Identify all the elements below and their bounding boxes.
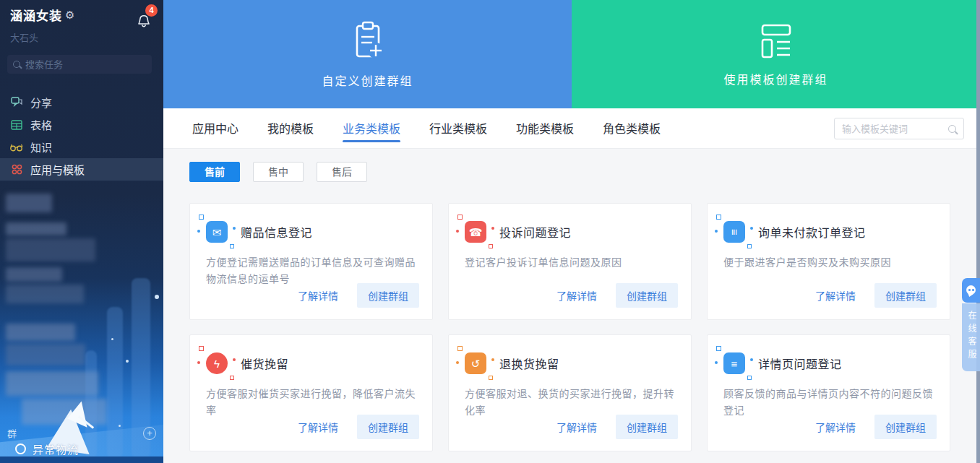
tab-function-templates[interactable]: 功能类模板 xyxy=(516,109,574,148)
card-title: 详情页问题登记 xyxy=(758,355,842,372)
banner-label: 自定义创建群组 xyxy=(322,72,413,89)
tab-role-templates[interactable]: 角色类模板 xyxy=(603,109,661,148)
main-panel: 自定义创建群组 使用模板创建群组 应用中心 我的模板 业务类模板 行业类模板 功 xyxy=(163,0,980,463)
gear-icon[interactable]: ⚙ xyxy=(65,9,74,22)
details-link[interactable]: 了解详情 xyxy=(298,420,338,434)
custom-create-group-banner[interactable]: 自定义创建群组 xyxy=(163,0,572,108)
filter-aftersale-button[interactable]: 售后 xyxy=(317,162,367,182)
glasses-icon xyxy=(10,141,23,154)
banner-label: 使用模板创建群组 xyxy=(723,70,828,87)
filter-presale-button[interactable]: 售前 xyxy=(189,162,240,182)
template-card-complaint: ☎ 投诉问题登记 登记客户投诉订单信息问题及原因 了解详情 创建群组 xyxy=(448,203,692,320)
document-lines-icon: ≡ xyxy=(723,352,745,374)
card-title: 退换货挽留 xyxy=(499,355,559,372)
card-title: 催货挽留 xyxy=(241,355,288,372)
template-card-urge-retention: ϟ 催货挽留 方便客服对催货买家进行挽留，降低客户流失率 了解详情 创建群组 xyxy=(189,334,433,451)
sidebar-item-knowledge[interactable]: 知识 xyxy=(0,136,163,158)
app-window: 涵涵女装 ⚙ 大石头 4 分享 xyxy=(0,0,980,463)
online-service-widget: 在线客服 xyxy=(962,278,980,371)
card-title: 赠品信息登记 xyxy=(241,223,312,241)
group-avatar-icon xyxy=(15,443,26,454)
shop-title: 涵涵女装 xyxy=(10,6,62,24)
template-search-input[interactable] xyxy=(842,124,936,134)
create-group-button[interactable]: 创建群组 xyxy=(616,415,678,439)
group-item-label: 异常物流 xyxy=(33,441,79,456)
template-card-detail-page-issue: ≡ 详情页问题登记 顾客反馈的商品与详情页内容不符的问题反馈登记 了解详情 创建… xyxy=(707,334,950,451)
tab-my-templates[interactable]: 我的模板 xyxy=(267,109,314,148)
stage-filters: 售前 售中 售后 xyxy=(189,162,367,182)
details-link[interactable]: 了解详情 xyxy=(556,420,597,434)
template-tabbar: 应用中心 我的模板 业务类模板 行业类模板 功能类模板 角色类模板 xyxy=(163,108,980,149)
card-description: 便于跟进客户是否购买及未购买原因 xyxy=(723,254,934,271)
search-icon xyxy=(948,125,956,133)
chat-bubble-icon[interactable] xyxy=(962,278,980,303)
create-group-button[interactable]: 创建群组 xyxy=(874,283,937,308)
template-card-grid: ✉ 赠品信息登记 方便登记需赠送赠品的订单信息及可查询赠品物流信息的运单号 了解… xyxy=(189,203,950,451)
template-card-return-retention: ↺ 退换货挽留 方便客服对退、换货的买家进行挽留，提升转化率 了解详情 创建群组 xyxy=(448,334,692,451)
sidebar-item-table[interactable]: 表格 xyxy=(0,113,163,136)
bars-icon: ≡ xyxy=(723,221,745,243)
scrollbar[interactable] xyxy=(976,0,980,463)
filter-midsale-button[interactable]: 售中 xyxy=(253,162,304,182)
create-banners: 自定义创建群组 使用模板创建群组 xyxy=(163,0,980,108)
mail-icon: ✉ xyxy=(206,221,228,243)
task-search-box[interactable] xyxy=(7,55,152,74)
search-icon xyxy=(13,61,20,68)
sidebar-item-label: 知识 xyxy=(30,139,52,155)
group-section-header: 群 + xyxy=(7,426,156,440)
clipboard-plus-icon xyxy=(348,20,388,63)
sidebar-item-label: 表格 xyxy=(30,117,52,132)
group-section-label: 群 xyxy=(7,426,17,440)
chat-share-icon xyxy=(10,96,23,109)
template-card-gift-info: ✉ 赠品信息登记 方便登记需赠送赠品的订单信息及可查询赠品物流信息的运单号 了解… xyxy=(189,203,433,320)
create-group-button[interactable]: 创建群组 xyxy=(874,415,937,439)
template-content: 售前 售中 售后 ✉ 赠品信息登记 方便登记需赠送赠品的订单信息及可查询赠品物流… xyxy=(163,150,980,463)
template-search-box[interactable] xyxy=(834,118,964,139)
details-link[interactable]: 了解详情 xyxy=(815,420,856,434)
tab-app-center[interactable]: 应用中心 xyxy=(192,109,238,148)
card-title: 投诉问题登记 xyxy=(499,223,571,241)
task-search-input[interactable] xyxy=(25,59,134,70)
create-group-button[interactable]: 创建群组 xyxy=(616,283,678,308)
sidebar-item-share[interactable]: 分享 xyxy=(0,91,163,113)
table-icon xyxy=(10,118,23,131)
sidebar-item-label: 分享 xyxy=(30,95,52,110)
notification-badge: 4 xyxy=(145,4,158,17)
tab-business-templates[interactable]: 业务类模板 xyxy=(343,109,400,148)
tab-industry-templates[interactable]: 行业类模板 xyxy=(429,109,487,148)
details-link[interactable]: 了解详情 xyxy=(815,288,856,303)
template-create-group-banner[interactable]: 使用模板创建群组 xyxy=(572,0,980,108)
template-card-unpaid-order: ≡ 询单未付款订单登记 便于跟进客户是否购买及未购买原因 了解详情 创建群组 xyxy=(707,203,950,320)
sidebar-menu: 分享 表格 知识 应用与模板 xyxy=(0,91,163,181)
sidebar-bottom-strip xyxy=(0,456,163,463)
create-group-button[interactable]: 创建群组 xyxy=(357,283,419,308)
details-link[interactable]: 了解详情 xyxy=(556,288,597,303)
group-item-abnormal-logistics[interactable]: 异常物流 xyxy=(9,441,79,456)
account-name: 大石头 xyxy=(10,30,156,44)
sidebar-item-apps-templates[interactable]: 应用与模板 xyxy=(0,158,163,181)
phone-icon: ☎ xyxy=(465,221,486,243)
details-link[interactable]: 了解详情 xyxy=(298,288,338,303)
card-description: 登记客户投诉订单信息问题及原因 xyxy=(465,254,675,271)
notification-bell[interactable]: 4 xyxy=(134,7,155,29)
template-layout-icon xyxy=(756,21,796,61)
return-icon: ↺ xyxy=(465,352,486,374)
sidebar: 涵涵女装 ⚙ 大石头 4 分享 xyxy=(0,0,163,463)
apps-grid-icon xyxy=(10,163,23,176)
bolt-icon: ϟ xyxy=(206,352,228,374)
add-group-icon[interactable]: + xyxy=(143,427,156,440)
online-service-label[interactable]: 在线客服 xyxy=(962,303,980,371)
sidebar-item-label: 应用与模板 xyxy=(30,162,85,177)
card-title: 询单未付款订单登记 xyxy=(758,223,866,241)
create-group-button[interactable]: 创建群组 xyxy=(357,415,419,439)
sidebar-header: 涵涵女装 ⚙ 大石头 4 xyxy=(10,6,156,44)
